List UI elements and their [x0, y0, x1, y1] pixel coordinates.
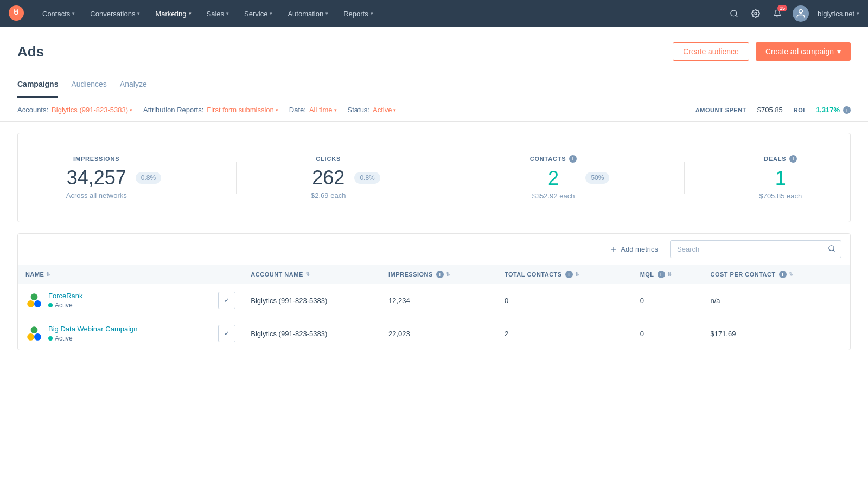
sort-icon[interactable]: ⇅ — [575, 272, 580, 277]
filters-right-metrics: AMOUNT SPENT $705.85 ROI 1,317% i — [695, 106, 851, 114]
create-ad-campaign-button[interactable]: Create ad campaign ▾ — [756, 42, 851, 61]
contacts-content: CONTACTS i 2 $352.92 each — [530, 155, 577, 200]
status-dot — [48, 303, 53, 307]
date-value[interactable]: All time ▾ — [309, 106, 337, 114]
chevron-down-icon: ▾ — [371, 11, 373, 16]
sort-icon[interactable]: ⇅ — [46, 272, 51, 277]
nav-items: Contacts ▾ Conversations ▾ Marketing ▾ S… — [35, 0, 727, 27]
tabs-bar: Campaigns Audiences Analyze — [0, 72, 868, 98]
chevron-down-icon: ▾ — [276, 107, 278, 113]
stat-divider — [455, 162, 455, 194]
total-contacts-col-info-icon[interactable]: i — [565, 271, 573, 278]
add-metrics-button[interactable]: Add metrics — [604, 242, 663, 256]
tab-analyze[interactable]: Analyze — [120, 72, 147, 98]
campaign-checkbox[interactable]: ✓ — [218, 325, 235, 342]
sort-icon[interactable]: ⇅ — [667, 272, 672, 277]
svg-point-15 — [29, 325, 39, 335]
svg-point-11 — [29, 292, 39, 301]
nav-label-reports: Reports — [343, 10, 368, 18]
stat-divider — [236, 162, 237, 194]
td-mql: 0 — [633, 284, 703, 317]
campaign-checkbox[interactable]: ✓ — [218, 292, 235, 309]
tab-audiences[interactable]: Audiences — [71, 72, 106, 98]
nav-label-sales: Sales — [207, 10, 225, 18]
nav-label-contacts: Contacts — [42, 10, 70, 18]
chevron-down-icon: ▾ — [857, 11, 859, 16]
td-cost-per-contact: $171.69 — [703, 317, 850, 350]
clicks-sub: $2.69 each — [311, 191, 346, 200]
hubspot-logo[interactable] — [9, 5, 24, 22]
header-actions: Create audience Create ad campaign ▾ — [673, 42, 851, 61]
tab-campaigns[interactable]: Campaigns — [17, 72, 58, 98]
chevron-down-icon: ▾ — [137, 11, 140, 16]
chevron-down-icon: ▾ — [837, 47, 841, 56]
clicks-badge: 0.8% — [354, 172, 380, 184]
sort-icon[interactable]: ⇅ — [789, 272, 794, 277]
create-audience-button[interactable]: Create audience — [673, 42, 749, 61]
cost-col-info-icon[interactable]: i — [779, 271, 787, 278]
contacts-label: CONTACTS i — [530, 155, 577, 163]
deals-info-icon[interactable]: i — [789, 155, 797, 163]
page-header: Ads Create audience Create ad campaign ▾ — [0, 27, 868, 72]
th-account-name: ACCOUNT NAME ⇅ — [243, 265, 381, 284]
td-name: Big Data Webinar Campaign Active ✓ — [18, 317, 243, 350]
date-filter: Date: All time ▾ — [289, 106, 337, 114]
td-total-contacts: 0 — [497, 284, 633, 317]
search-input[interactable] — [671, 241, 822, 257]
main-content: Ads Create audience Create ad campaign ▾… — [0, 27, 868, 488]
search-button[interactable] — [822, 241, 841, 258]
nav-item-contacts[interactable]: Contacts ▾ — [35, 0, 82, 27]
table-toolbar: Add metrics — [18, 234, 850, 265]
svg-line-8 — [833, 250, 835, 252]
campaign-name[interactable]: Big Data Webinar Campaign — [48, 325, 138, 333]
impressions-value: 34,257 — [66, 166, 127, 189]
th-mql: MQL i ⇅ — [633, 265, 703, 284]
impressions-stat: IMPRESSIONS 34,257 Across all networks 0… — [66, 156, 161, 200]
settings-icon[interactable] — [749, 7, 762, 20]
campaign-status: Active — [48, 335, 138, 342]
td-total-contacts: 2 — [497, 317, 633, 350]
status-value[interactable]: Active ▾ — [373, 106, 396, 114]
impressions-col-info-icon[interactable]: i — [436, 271, 444, 278]
roi-info-icon[interactable]: i — [843, 106, 851, 114]
clicks-stat: CLICKS 262 $2.69 each 0.8% — [311, 156, 380, 200]
svg-point-9 — [27, 300, 34, 307]
nav-item-service[interactable]: Service ▾ — [237, 0, 280, 27]
nav-item-automation[interactable]: Automation ▾ — [280, 0, 336, 27]
contacts-badge: 50% — [585, 172, 609, 184]
page-title: Ads — [17, 43, 44, 60]
th-cost-per-contact: COST PER CONTACT i ⇅ — [703, 265, 850, 284]
contacts-stat: CONTACTS i 2 $352.92 each 50% — [530, 155, 610, 200]
nav-item-marketing[interactable]: Marketing ▾ — [148, 0, 199, 27]
account-selector[interactable]: biglytics.net ▾ — [818, 10, 859, 18]
date-label: Date: — [289, 106, 306, 114]
attribution-value[interactable]: First form submission ▾ — [207, 106, 278, 114]
clicks-value: 262 — [311, 166, 346, 189]
nav-item-reports[interactable]: Reports ▾ — [336, 0, 381, 27]
checkmark-icon: ✓ — [224, 330, 229, 337]
accounts-value[interactable]: Biglytics (991-823-5383) ▾ — [52, 106, 132, 114]
th-name: NAME ⇅ — [18, 265, 243, 284]
mql-col-info-icon[interactable]: i — [658, 271, 665, 278]
td-cost-per-contact: n/a — [703, 284, 850, 317]
contacts-info-icon[interactable]: i — [569, 155, 577, 163]
svg-point-4 — [799, 10, 803, 14]
roi-value: 1,317% — [816, 106, 840, 114]
sort-icon[interactable]: ⇅ — [305, 272, 310, 277]
campaign-name[interactable]: ForceRank — [48, 292, 83, 300]
nav-item-sales[interactable]: Sales ▾ — [199, 0, 237, 27]
chevron-down-icon: ▾ — [270, 11, 272, 16]
accounts-filter: Accounts: Biglytics (991-823-5383) ▾ — [17, 106, 132, 114]
td-impressions: 22,023 — [381, 317, 497, 350]
deals-value: 1 — [759, 167, 802, 190]
notifications-button[interactable]: 15 — [771, 7, 784, 20]
user-avatar[interactable] — [793, 5, 809, 22]
chevron-down-icon: ▾ — [334, 107, 337, 113]
search-icon[interactable] — [727, 7, 741, 20]
chevron-down-icon: ▾ — [72, 11, 75, 16]
nav-item-conversations[interactable]: Conversations ▾ — [82, 0, 148, 27]
campaigns-table-section: Add metrics NAME ⇅ — [17, 233, 851, 350]
stats-panel: IMPRESSIONS 34,257 Across all networks 0… — [17, 133, 851, 222]
sort-icon[interactable]: ⇅ — [446, 272, 451, 277]
svg-line-2 — [736, 15, 737, 17]
